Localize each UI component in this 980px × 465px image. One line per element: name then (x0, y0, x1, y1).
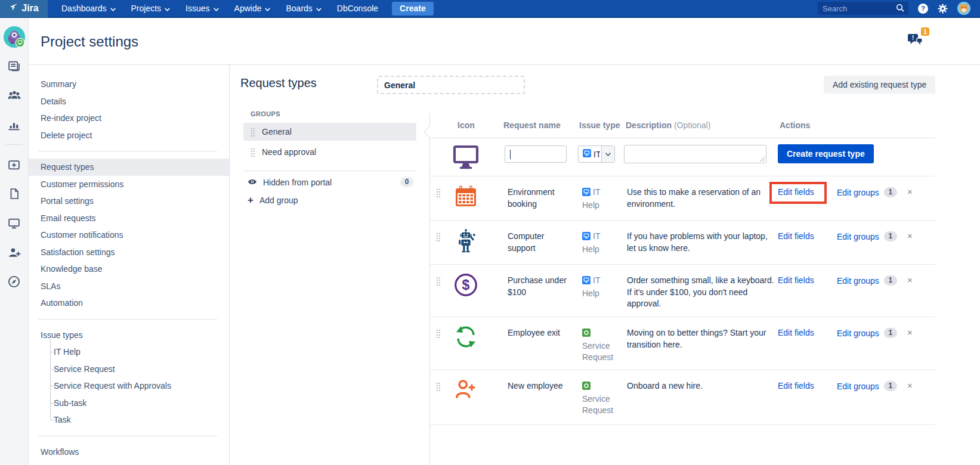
request-description: Order something small, like a keyboard. … (627, 275, 775, 310)
remove-request-type-icon[interactable]: × (907, 275, 913, 285)
select-dropdown-arrow-icon[interactable] (601, 146, 614, 162)
project-settings-sidebar: SummaryDetailsRe-index projectDelete pro… (29, 65, 230, 465)
group-item-general[interactable]: General (243, 123, 416, 141)
hidden-from-portal-item[interactable]: Hidden from portal 0 (248, 177, 413, 187)
sidebar-item-customer-permissions[interactable]: Customer permissions (29, 176, 229, 193)
drag-handle[interactable] (436, 329, 440, 338)
sidebar-item-email-requests[interactable]: Email requests (29, 210, 229, 227)
description-textarea[interactable] (624, 145, 766, 163)
issue-type-select[interactable]: IT Help (578, 145, 615, 163)
reports-icon[interactable] (2, 113, 26, 137)
navbar-menu: DashboardsProjectsIssuesApwideBoardsDbCo… (54, 0, 386, 17)
request-type-row: Computer supportIT HelpIf you have probl… (430, 221, 935, 265)
search-icon (896, 4, 905, 15)
nav-item-boards[interactable]: Boards (278, 0, 329, 17)
text-caret (510, 150, 511, 159)
chevron-down-icon (165, 4, 170, 13)
drag-handle[interactable] (436, 232, 440, 241)
sidebar-item-issue-types[interactable]: Issue types (29, 327, 229, 344)
chevron-down-icon (110, 4, 116, 13)
edit-groups-link[interactable]: Edit groups1 (837, 275, 897, 286)
request-description: If you have problems with your laptop, l… (627, 231, 775, 254)
sidebar-item-details[interactable]: Details (29, 93, 229, 110)
edit-fields-link[interactable]: Edit fields (778, 381, 814, 390)
drag-handle[interactable] (436, 277, 440, 286)
discover-icon[interactable] (2, 269, 26, 293)
invite-team-icon[interactable] (2, 240, 26, 264)
sidebar-item-slas[interactable]: SLAs (29, 278, 229, 295)
dollar-icon: $ (452, 272, 480, 300)
search-input[interactable] (818, 2, 908, 15)
sidebar-item-customer-notifications[interactable]: Customer notifications (29, 227, 229, 244)
add-group-button[interactable]: + Add group (248, 196, 298, 205)
create-request-type-button[interactable]: Create request type (778, 144, 874, 163)
channels-icon[interactable] (2, 211, 26, 235)
edit-groups-link[interactable]: Edit groups1 (837, 328, 897, 338)
remove-request-type-icon[interactable]: × (907, 187, 913, 197)
group-item-need-approval[interactable]: Need approval (243, 143, 416, 161)
edit-groups-link[interactable]: Edit groups1 (837, 187, 897, 197)
articles-icon[interactable] (2, 182, 26, 206)
groups-label: GROUPS (251, 110, 280, 117)
create-button[interactable]: Create (392, 2, 434, 16)
remove-request-type-icon[interactable]: × (907, 327, 913, 337)
drag-handle[interactable] (251, 148, 255, 157)
remove-request-type-icon[interactable]: × (907, 231, 913, 241)
edit-fields-link[interactable]: Edit fields (778, 328, 814, 337)
request-type-row: New employeeService RequestOnboard a new… (430, 370, 935, 425)
it-help-icon (582, 188, 591, 200)
remove-request-type-icon[interactable]: × (907, 380, 913, 390)
jira-logo-icon (9, 2, 18, 14)
robot-icon (452, 228, 480, 256)
sidebar-item-knowledge-base[interactable]: Knowledge base (29, 261, 229, 278)
nav-item-apwide[interactable]: Apwide (227, 0, 279, 17)
edit-groups-link[interactable]: Edit groups1 (837, 231, 897, 241)
queues-icon[interactable] (2, 54, 26, 78)
monitor-icon[interactable] (452, 144, 480, 172)
sidebar-item-workflows[interactable]: Workflows (29, 444, 229, 461)
issue-type-sub-task[interactable]: Sub-task (29, 395, 229, 412)
feedback-icon[interactable]: ! 1 (907, 31, 927, 50)
drag-handle[interactable] (436, 382, 440, 391)
nav-item-dashboards[interactable]: Dashboards (54, 0, 123, 17)
sidebar-item-request-types[interactable]: Request types (29, 159, 229, 176)
issue-type-it-help[interactable]: IT Help (29, 343, 229, 361)
sidebar-item-re-index-project[interactable]: Re-index project (29, 110, 229, 127)
nav-item-issues[interactable]: Issues (178, 0, 226, 17)
customers-icon[interactable] (2, 83, 26, 107)
edit-fields-link[interactable]: Edit fields (778, 187, 814, 197)
project-avatar[interactable] (2, 25, 26, 49)
col-request-name: Request name (503, 120, 561, 130)
sidebar-item-automation[interactable]: Automation (29, 294, 229, 312)
sidebar-item-summary[interactable]: Summary (29, 76, 229, 93)
edit-fields-link[interactable]: Edit fields (778, 275, 814, 285)
rail-divider (6, 144, 23, 145)
sidebar-item-portal-settings[interactable]: Portal settings (29, 193, 229, 210)
edit-fields-link[interactable]: Edit fields (778, 231, 814, 241)
drag-handle[interactable] (251, 128, 255, 137)
user-avatar[interactable] (957, 2, 970, 15)
add-group-label: Add group (259, 196, 298, 205)
raise-request-icon[interactable] (2, 153, 26, 176)
edit-groups-link[interactable]: Edit groups1 (837, 381, 897, 391)
sidebar-item-delete-project[interactable]: Delete project (29, 127, 229, 144)
add-existing-request-type-button[interactable]: Add existing request type (824, 76, 935, 94)
jira-logo[interactable]: Jira (0, 0, 48, 17)
nav-item-dbconsole[interactable]: DbConsole (329, 0, 386, 17)
help-icon[interactable]: ? (918, 4, 928, 14)
groups-panel: GROUPS GeneralNeed approval Hidden from … (240, 110, 417, 215)
sidebar-divider (38, 151, 217, 151)
drag-handle[interactable] (436, 188, 440, 197)
issue-type-task[interactable]: Task (29, 411, 229, 429)
nav-item-projects[interactable]: Projects (123, 0, 178, 17)
col-actions: Actions (780, 120, 810, 130)
sidebar-item-satisfaction-settings[interactable]: Satisfaction settings (29, 244, 229, 261)
resize-grip[interactable] (759, 156, 765, 162)
group-name-field[interactable]: General (377, 76, 525, 94)
issue-type-service-request[interactable]: Service Request (29, 361, 229, 378)
request-name-input[interactable] (505, 145, 567, 163)
issue-type-service-request-with-approvals[interactable]: Service Request with Approvals (29, 377, 229, 395)
chevron-down-icon (316, 4, 321, 13)
request-name: Employee exit (508, 327, 570, 339)
gear-icon[interactable] (938, 4, 948, 14)
